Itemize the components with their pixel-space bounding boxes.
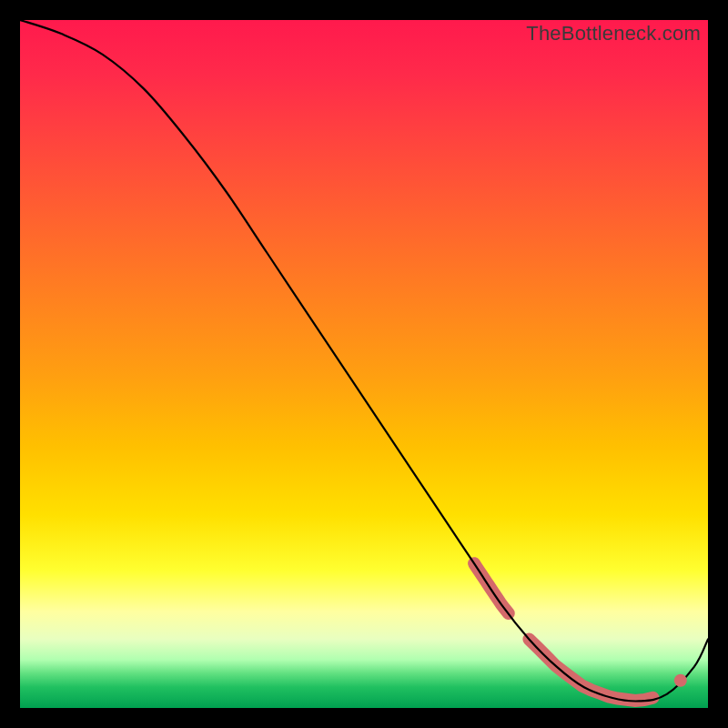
- highlight-dot: [674, 674, 687, 687]
- highlight-layer: [474, 563, 653, 701]
- dot-layer: [674, 674, 687, 687]
- chart-frame: TheBottleneck.com: [0, 0, 728, 728]
- plot-area: TheBottleneck.com: [20, 20, 708, 708]
- curve-svg: [20, 20, 708, 708]
- main-curve: [20, 20, 708, 702]
